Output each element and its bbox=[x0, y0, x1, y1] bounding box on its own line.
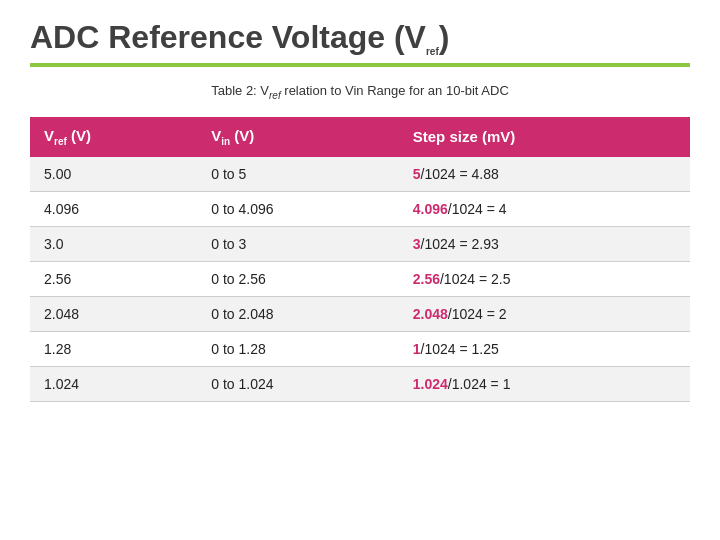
cell-step: 5/1024 = 4.88 bbox=[399, 157, 690, 192]
cell-vref: 2.048 bbox=[30, 296, 197, 331]
cell-step: 2.048/1024 = 2 bbox=[399, 296, 690, 331]
cell-step: 1/1024 = 1.25 bbox=[399, 331, 690, 366]
table-row: 3.00 to 33/1024 = 2.93 bbox=[30, 226, 690, 261]
col-header-step: Step size (mV) bbox=[399, 117, 690, 157]
cell-vin: 0 to 2.56 bbox=[197, 261, 398, 296]
cell-step: 3/1024 = 2.93 bbox=[399, 226, 690, 261]
cell-vin: 0 to 2.048 bbox=[197, 296, 398, 331]
table-row: 2.560 to 2.562.56/1024 = 2.5 bbox=[30, 261, 690, 296]
main-container: ADC Reference Voltage (Vref) Table 2: Vr… bbox=[0, 0, 720, 540]
cell-vref: 4.096 bbox=[30, 191, 197, 226]
cell-vref: 1.28 bbox=[30, 331, 197, 366]
cell-vref: 2.56 bbox=[30, 261, 197, 296]
cell-vref: 5.00 bbox=[30, 157, 197, 192]
table-row: 2.0480 to 2.0482.048/1024 = 2 bbox=[30, 296, 690, 331]
cell-vin: 0 to 1.024 bbox=[197, 366, 398, 401]
cell-step: 4.096/1024 = 4 bbox=[399, 191, 690, 226]
table-row: 1.280 to 1.281/1024 = 1.25 bbox=[30, 331, 690, 366]
page-title: ADC Reference Voltage (Vref) bbox=[30, 20, 449, 57]
table-row: 4.0960 to 4.0964.096/1024 = 4 bbox=[30, 191, 690, 226]
cell-vin: 0 to 3 bbox=[197, 226, 398, 261]
cell-vin: 0 to 4.096 bbox=[197, 191, 398, 226]
title-area: ADC Reference Voltage (Vref) bbox=[30, 20, 690, 67]
table-row: 5.000 to 55/1024 = 4.88 bbox=[30, 157, 690, 192]
table-caption: Table 2: Vref relation to Vin Range for … bbox=[30, 83, 690, 101]
cell-vref: 1.024 bbox=[30, 366, 197, 401]
cell-step: 1.024/1.024 = 1 bbox=[399, 366, 690, 401]
col-header-vref: Vref (V) bbox=[30, 117, 197, 157]
col-header-vin: Vin (V) bbox=[197, 117, 398, 157]
reference-table: Vref (V) Vin (V) Step size (mV) 5.000 to… bbox=[30, 117, 690, 402]
cell-vin: 0 to 5 bbox=[197, 157, 398, 192]
cell-vin: 0 to 1.28 bbox=[197, 331, 398, 366]
table-header-row: Vref (V) Vin (V) Step size (mV) bbox=[30, 117, 690, 157]
table-row: 1.0240 to 1.0241.024/1.024 = 1 bbox=[30, 366, 690, 401]
cell-vref: 3.0 bbox=[30, 226, 197, 261]
cell-step: 2.56/1024 = 2.5 bbox=[399, 261, 690, 296]
